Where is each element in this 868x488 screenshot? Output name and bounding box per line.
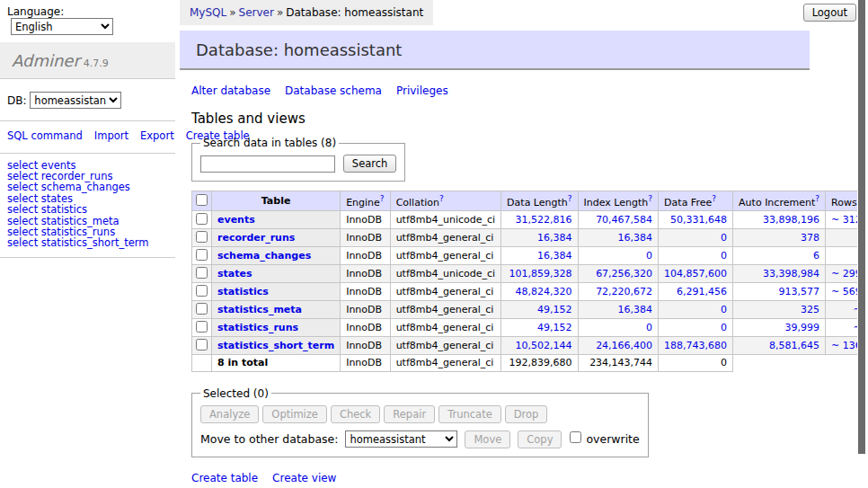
table-link-statistics_runs[interactable]: statistics_runs	[217, 322, 298, 333]
overwrite-checkbox[interactable]	[570, 431, 581, 443]
auto-increment-link[interactable]: 913,577	[779, 286, 820, 297]
cell-auto-increment: 33,898,196	[733, 210, 826, 228]
overwrite-label: overwrite	[586, 432, 639, 446]
auto-increment-link[interactable]: 325	[801, 304, 819, 315]
row-checkbox[interactable]	[196, 321, 208, 333]
scrollbar-thumb[interactable]	[858, 0, 865, 454]
breadcrumb-item[interactable]: Server	[239, 6, 274, 19]
data-free-link[interactable]: 0	[721, 322, 727, 333]
cell-engine: InnoDB	[341, 228, 390, 246]
drop-button[interactable]: Drop	[505, 405, 548, 423]
breadcrumb-item: Database: homeassistant	[286, 6, 423, 19]
auto-increment-link[interactable]: 33,398,984	[763, 268, 819, 279]
data-free-link[interactable]: 6,291,456	[677, 286, 727, 297]
data-free-link[interactable]: 0	[721, 304, 727, 315]
link-create-table[interactable]: Create table	[191, 472, 258, 484]
table-link-statistics_short_term[interactable]: statistics_short_term	[217, 340, 334, 351]
sidebar-link-export[interactable]: Export	[140, 129, 174, 142]
data-free-link[interactable]: 0	[721, 250, 727, 262]
row-checkbox[interactable]	[196, 231, 208, 243]
sidebar-item-select-statistics[interactable]: select statistics	[7, 204, 168, 215]
auto-increment-link[interactable]: 378	[801, 232, 819, 244]
logout-button[interactable]: Logout	[803, 4, 856, 22]
db-select[interactable]: homeassistant	[30, 92, 121, 109]
table-link-statistics_meta[interactable]: statistics_meta	[217, 304, 302, 315]
data-length-link[interactable]: 49,152	[537, 304, 572, 315]
column-help-link[interactable]: ?	[380, 194, 385, 203]
data-free-link[interactable]: 50,331,648	[670, 214, 727, 226]
truncate-button[interactable]: Truncate	[438, 405, 501, 423]
copy-button[interactable]: Copy	[518, 430, 562, 448]
sidebar-item-select-schema_changes[interactable]: select schema_changes	[7, 182, 168, 192]
data-free-link[interactable]: 104,857,600	[664, 268, 727, 279]
auto-increment-link[interactable]: 6	[813, 250, 819, 262]
data-length-link[interactable]: 16,384	[537, 250, 572, 262]
table-link-events[interactable]: events	[217, 214, 255, 226]
cell-table-name: statistics_meta	[212, 300, 341, 318]
index-length-link[interactable]: 0	[646, 250, 652, 262]
language-select[interactable]: English	[11, 18, 113, 35]
sidebar-item-select-statistics_short_term[interactable]: select statistics_short_term	[7, 237, 168, 248]
data-length-link[interactable]: 101,859,328	[509, 268, 572, 279]
cell-data-free: 0	[659, 228, 733, 246]
data-length-link[interactable]: 48,824,320	[516, 286, 572, 297]
cell-data-length: 49,152	[501, 300, 578, 318]
index-length-link[interactable]: 67,256,320	[596, 268, 652, 279]
index-length-link[interactable]: 16,384	[618, 304, 653, 315]
column-help-link[interactable]: ?	[568, 194, 572, 203]
index-length-link[interactable]: 0	[646, 322, 652, 333]
breadcrumb-item[interactable]: MySQL	[190, 6, 226, 19]
data-free-link[interactable]: 188,743,680	[664, 340, 727, 351]
column-help-link[interactable]: ?	[712, 194, 716, 203]
optimize-button[interactable]: Optimize	[262, 405, 327, 423]
cell-data-length: 101,859,328	[501, 264, 578, 282]
row-checkbox[interactable]	[196, 339, 208, 350]
index-length-link[interactable]: 70,467,584	[596, 214, 652, 226]
data-free-link[interactable]: 0	[721, 232, 727, 244]
sidebar-link-sql-command[interactable]: SQL command	[7, 129, 83, 142]
link-privileges[interactable]: Privileges	[396, 84, 448, 97]
row-checkbox[interactable]	[196, 267, 208, 279]
row-checkbox[interactable]	[196, 285, 208, 297]
table-link-schema_changes[interactable]: schema_changes	[217, 250, 311, 262]
cell-engine: InnoDB	[341, 264, 390, 282]
index-length-link[interactable]: 16,384	[618, 232, 653, 244]
auto-increment-link[interactable]: 8,581,645	[769, 340, 819, 351]
index-length-link[interactable]: 24,166,400	[596, 340, 652, 351]
search-input[interactable]	[200, 155, 335, 173]
total-engine-cell: InnoDB	[341, 354, 390, 371]
table-link-statistics[interactable]: statistics	[217, 286, 269, 297]
cell-table-name: states	[212, 264, 341, 282]
column-help-link[interactable]: ?	[815, 194, 819, 203]
table-link-recorder_runs[interactable]: recorder_runs	[217, 232, 295, 244]
search-button[interactable]: Search	[343, 155, 397, 173]
row-checkbox-cell	[192, 336, 212, 354]
move-button[interactable]: Move	[465, 430, 510, 448]
scrollbar-track[interactable]	[857, 0, 868, 488]
move-database-select[interactable]: homeassistant	[345, 430, 457, 448]
auto-increment-link[interactable]: 39,999	[785, 322, 820, 333]
index-length-link[interactable]: 72,220,672	[596, 286, 652, 297]
row-checkbox[interactable]	[196, 213, 208, 225]
data-length-link[interactable]: 16,384	[537, 232, 572, 244]
row-checkbox[interactable]	[196, 303, 208, 315]
check-button[interactable]: Check	[331, 405, 380, 423]
logout-area: Logout	[802, 0, 856, 27]
link-alter-database[interactable]: Alter database	[191, 84, 270, 97]
repair-button[interactable]: Repair	[384, 405, 435, 423]
column-help-link[interactable]: ?	[648, 194, 652, 203]
sidebar-link-import[interactable]: Import	[94, 129, 128, 142]
table-link-states[interactable]: states	[217, 268, 252, 279]
data-length-link[interactable]: 49,152	[537, 322, 572, 333]
data-length-link[interactable]: 31,522,816	[516, 214, 572, 226]
auto-increment-link[interactable]: 33,898,196	[763, 214, 819, 226]
db-label: DB:	[7, 94, 30, 107]
column-help-link[interactable]: ?	[439, 194, 444, 203]
link-create-view[interactable]: Create view	[272, 472, 336, 484]
cell-engine: InnoDB	[341, 318, 390, 336]
link-database-schema[interactable]: Database schema	[285, 84, 382, 97]
analyze-button[interactable]: Analyze	[200, 405, 259, 423]
data-length-link[interactable]: 10,502,144	[516, 340, 572, 351]
row-checkbox[interactable]	[196, 249, 208, 261]
select-all-checkbox[interactable]	[196, 194, 208, 206]
